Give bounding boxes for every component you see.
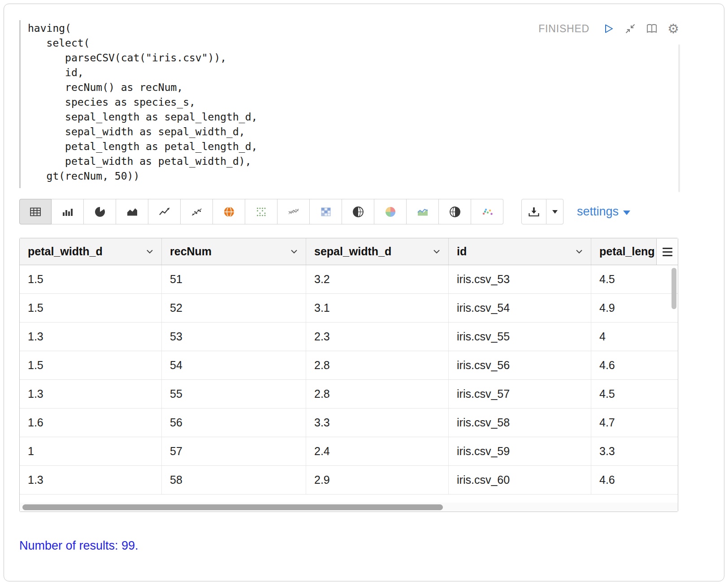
table-row: 1.3 53 2.3 iris.csv_55 4 [20, 323, 678, 351]
cell: 2.8 [306, 351, 449, 379]
download-group [521, 199, 563, 224]
pie-chart-icon [94, 206, 106, 218]
globe-orange-icon [223, 206, 235, 218]
book-icon [646, 23, 658, 34]
cell: 55 [162, 380, 306, 408]
visualization-toolbar: settings [19, 199, 709, 224]
table-header-row: petal_width_d recNum sepal_width_d id pe… [20, 238, 678, 265]
hamburger-icon [663, 248, 672, 249]
editor-area: having( select( parseCSV(cat("iris.csv")… [19, 20, 709, 188]
collapse-button[interactable] [624, 22, 637, 35]
table-row: 1.5 51 3.2 iris.csv_53 4.5 [20, 265, 678, 294]
scatter-colored-icon [481, 206, 494, 218]
cell: 58 [162, 466, 306, 494]
chart-type-scatter-colored-button[interactable] [471, 199, 503, 224]
cell: 56 [162, 409, 306, 437]
cell: 1 [20, 437, 162, 465]
cell: 3.3 [306, 409, 449, 437]
column-header-id[interactable]: id [449, 238, 591, 265]
horizontal-scrollbar-thumb[interactable] [22, 504, 443, 510]
paragraph-settings-button[interactable]: ⚙ [667, 22, 680, 35]
run-button[interactable] [602, 22, 615, 35]
grid-heatmap-icon [320, 206, 332, 218]
column-label: petal_width_d [28, 245, 103, 258]
column-header-sepal-width[interactable]: sepal_width_d [306, 238, 449, 265]
sparklines-icon [287, 206, 300, 218]
download-button[interactable] [521, 199, 546, 224]
paragraph-card: having( select( parseCSV(cat("iris.csv")… [4, 4, 724, 581]
column-label: sepal_width_d [314, 245, 391, 258]
cell: 2.4 [306, 437, 449, 465]
chart-type-bar-button[interactable] [52, 199, 84, 224]
chart-type-pie-button[interactable] [84, 199, 116, 224]
column-label: recNum [170, 245, 212, 258]
globe-dark-2-icon [449, 206, 461, 218]
editor-scrollbar[interactable] [678, 44, 680, 192]
bar-chart-icon [61, 206, 74, 218]
cell: 1.3 [20, 466, 162, 494]
chart-type-map-button[interactable] [213, 199, 245, 224]
editor-view-button[interactable] [645, 22, 659, 35]
cell: 1.5 [20, 351, 162, 379]
download-options-button[interactable] [546, 199, 563, 224]
chart-type-area-colored-button[interactable] [407, 199, 439, 224]
cell: 2.9 [306, 466, 449, 494]
table-row: 1.6 56 3.3 iris.csv_58 4.7 [20, 409, 678, 437]
column-label: petal_leng [599, 245, 655, 258]
table-right-rail [656, 238, 678, 512]
vertical-scrollbar-thumb[interactable] [672, 268, 676, 309]
chart-type-globe-button[interactable] [342, 199, 374, 224]
caret-down-icon [552, 210, 558, 214]
play-icon [603, 23, 615, 34]
column-header-recnum[interactable]: recNum [162, 238, 306, 265]
table-row: 1 57 2.4 iris.csv_59 3.3 [20, 437, 678, 466]
cell: iris.csv_59 [449, 437, 591, 465]
chart-type-globe-2-button[interactable] [439, 199, 471, 224]
cell: iris.csv_60 [449, 466, 591, 494]
chart-type-pie-colored-button[interactable] [374, 199, 407, 224]
editor-controls: FINISHED ⚙ [538, 22, 680, 35]
cell: 1.3 [20, 380, 162, 408]
column-label: id [457, 245, 467, 258]
line-chart-icon [158, 206, 171, 218]
cell: 2.8 [306, 380, 449, 408]
column-header-petal-width[interactable]: petal_width_d [20, 238, 162, 265]
chart-type-area-button[interactable] [116, 199, 148, 224]
scatter-plot-icon [191, 206, 203, 218]
table-row: 1.5 52 3.1 iris.csv_54 4.9 [20, 294, 678, 323]
table-menu-button[interactable] [656, 239, 678, 265]
settings-toggle[interactable]: settings [577, 205, 630, 219]
chart-type-group [19, 199, 503, 224]
settings-label: settings [577, 205, 619, 219]
area-colored-icon [416, 206, 429, 218]
clipped-table-row [20, 495, 678, 503]
cell: iris.csv_56 [449, 351, 591, 379]
chevron-down-icon[interactable] [576, 249, 583, 254]
table-icon [29, 206, 42, 218]
dot-matrix-icon [255, 206, 268, 218]
chart-type-heatmap-button[interactable] [310, 199, 342, 224]
chart-type-dot-matrix-button[interactable] [245, 199, 277, 224]
result-table: petal_width_d recNum sepal_width_d id pe… [19, 238, 678, 512]
download-icon [527, 206, 541, 218]
chevron-down-icon[interactable] [290, 249, 298, 254]
cell: 1.6 [20, 409, 162, 437]
table-row: 1.3 58 2.9 iris.csv_60 4.6 [20, 466, 678, 495]
chart-type-table-button[interactable] [19, 199, 52, 224]
cell: iris.csv_58 [449, 409, 591, 437]
globe-dark-icon [352, 206, 364, 218]
chart-type-scatter-button[interactable] [181, 199, 213, 224]
cell: 1.5 [20, 265, 162, 293]
chart-type-line-button[interactable] [148, 199, 181, 224]
cell: 2.3 [306, 323, 449, 351]
area-chart-icon [126, 206, 139, 218]
horizontal-scrollbar[interactable] [20, 503, 678, 512]
pie-colored-icon [384, 206, 397, 218]
chart-type-sparklines-button[interactable] [277, 199, 310, 224]
chevron-down-icon[interactable] [146, 249, 153, 254]
cell: 54 [162, 351, 306, 379]
cell: 3.1 [306, 294, 449, 322]
code-editor[interactable]: having( select( parseCSV(cat("iris.csv")… [19, 20, 709, 188]
chevron-down-icon[interactable] [433, 249, 440, 254]
code-text: having( select( parseCSV(cat("iris.csv")… [28, 21, 709, 184]
